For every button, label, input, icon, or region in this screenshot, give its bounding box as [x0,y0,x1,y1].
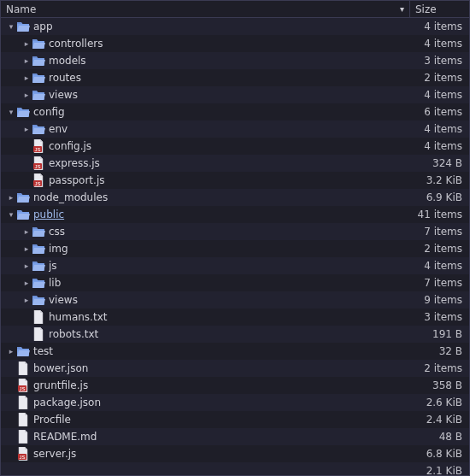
folder-icon [16,191,30,204]
expand-icon[interactable]: ▸ [21,262,32,270]
tree-row[interactable]: JSpassport.js3.2 KiB [1,172,469,189]
size-label: 358 B [411,379,462,391]
js-file-icon: JS [32,173,45,187]
tree-row[interactable]: README.md48 B [1,428,469,445]
tree-row-empty: 2.1 KiB [1,462,469,475]
tree-row[interactable]: ▸css7 items [1,223,469,240]
column-header: Name ▾ Size [1,1,469,18]
expand-icon[interactable]: ▸ [21,56,32,65]
size-label: 2.6 KiB [411,397,462,408]
size-column-header[interactable]: Size [409,1,469,17]
tree-row[interactable]: humans.txt3 items [1,309,469,326]
expand-icon[interactable]: ▸ [21,125,32,133]
tree-row[interactable]: robots.txt191 B [1,326,469,343]
tree-row[interactable]: ▸views9 items [1,291,469,309]
tree-row[interactable]: JSconfig.js4 items [1,138,469,155]
file-name-label: bower.json [33,362,411,374]
file-name-label: js [49,260,411,272]
expand-icon[interactable]: ▸ [21,39,32,48]
expander-placeholder [21,176,32,185]
folder-icon [32,71,45,85]
expand-icon[interactable]: ▸ [21,91,32,99]
file-tree-panel: Name ▾ Size ▾app4 items▸controllers4 ite… [0,0,470,476]
file-name-label: controllers [49,38,411,50]
expand-icon[interactable]: ▸ [6,193,16,202]
file-name-label: humans.txt [49,311,411,323]
size-label: 191 B [411,328,462,340]
tree-row[interactable]: ▾app4 items [1,18,469,35]
expand-icon[interactable]: ▸ [21,279,32,287]
tree-row[interactable]: ▸js4 items [1,257,469,274]
size-label: 324 B [411,157,462,169]
js-file-icon: JS [16,447,30,461]
js-file-icon: JS [32,139,45,153]
size-label: 6.8 KiB [411,448,462,460]
folder-icon [32,37,45,50]
expand-icon[interactable]: ▸ [6,347,16,356]
tree-row[interactable]: Procfile2.4 KiB [1,411,469,428]
tree-row[interactable]: JSexpress.js324 B [1,155,469,172]
expander-placeholder [6,364,16,373]
name-column-header[interactable]: Name ▾ [1,3,409,15]
file-name-label: express.js [49,157,411,169]
sort-indicator-icon: ▾ [400,4,404,14]
folder-icon [32,88,45,102]
file-name-label: env [49,123,411,135]
file-icon [32,327,45,341]
tree-row[interactable]: JSserver.js6.8 KiB [1,445,469,462]
folder-icon [32,293,45,307]
collapse-icon[interactable]: ▾ [6,108,16,116]
expander-placeholder [6,415,16,424]
tree-row[interactable]: ▾public41 items [1,206,469,223]
size-label: 3 items [411,311,462,323]
file-name-label: public [33,209,411,220]
expand-icon[interactable]: ▸ [21,227,32,236]
expand-icon[interactable]: ▸ [21,73,32,82]
size-label: 6 items [411,106,462,118]
file-name-label: test [33,345,411,357]
size-label: 4 items [411,123,462,135]
tree-row[interactable]: ▸img2 items [1,240,469,257]
folder-icon [32,276,45,290]
expand-icon[interactable]: ▸ [21,296,32,304]
tree-row[interactable]: package.json2.6 KiB [1,394,469,411]
size-label: 48 B [411,431,462,443]
file-icon [16,361,30,375]
size-label: 2.4 KiB [411,414,462,426]
expand-icon[interactable]: ▸ [21,244,32,253]
file-name-label: package.json [33,397,411,408]
size-label: 3.2 KiB [411,174,462,186]
expander-placeholder [6,467,16,475]
collapse-icon[interactable]: ▾ [6,210,16,219]
tree-row[interactable]: ▾config6 items [1,103,469,120]
no-icon [16,464,30,475]
folder-icon [32,225,45,238]
size-label: 9 items [411,294,462,306]
tree-row[interactable]: ▸controllers4 items [1,35,469,52]
size-label: 4 items [411,21,462,32]
size-label: 3 items [411,55,462,67]
tree-row[interactable]: ▸test32 B [1,343,469,360]
svg-text:JS: JS [20,455,26,460]
tree-row[interactable]: ▸env4 items [1,120,469,138]
tree-row[interactable]: ▸views4 items [1,86,469,103]
tree-row[interactable]: ▸models3 items [1,52,469,69]
file-name-label: Procfile [33,414,411,426]
svg-text:JS: JS [35,147,41,152]
size-label: 7 items [411,226,462,238]
file-tree[interactable]: ▾app4 items▸controllers4 items▸models3 i… [1,18,469,475]
file-name-label: lib [49,277,411,289]
folder-icon [32,54,45,68]
collapse-icon[interactable]: ▾ [6,22,16,31]
tree-row[interactable]: JSgruntfile.js358 B [1,377,469,394]
size-label: 2 items [411,362,462,374]
tree-row[interactable]: ▸node_modules6.9 KiB [1,189,469,206]
tree-row[interactable]: bower.json2 items [1,360,469,377]
size-label: 41 items [411,209,462,220]
file-name-label: passport.js [49,174,411,186]
file-icon [32,310,45,324]
tree-row[interactable]: ▸lib7 items [1,274,469,291]
tree-row[interactable]: ▸routes2 items [1,69,469,86]
size-label: 2.1 KiB [411,465,462,475]
file-name-label: models [49,55,411,67]
